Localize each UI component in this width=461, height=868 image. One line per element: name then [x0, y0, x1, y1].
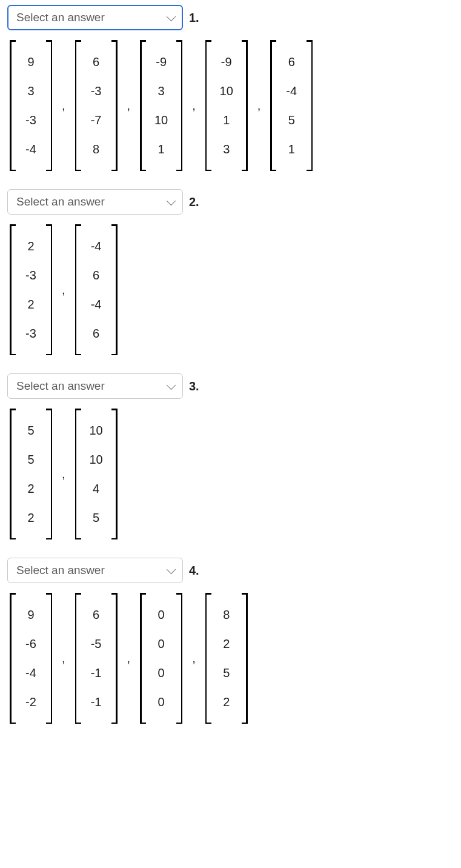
- vector-list: 5522,101045: [10, 409, 454, 539]
- vector-entry: -4: [85, 290, 108, 319]
- vector-entries: 9-6-4-2: [16, 593, 46, 724]
- separator-comma: ,: [61, 467, 67, 481]
- vector-entry: 5: [19, 416, 42, 445]
- column-vector: 0000: [140, 593, 182, 724]
- question-number: 3.: [189, 379, 199, 393]
- column-vector: 5522: [10, 409, 52, 539]
- vector-entry: 5: [85, 503, 108, 532]
- vector-entry: 4: [85, 474, 108, 503]
- vector-entry: -4: [85, 232, 108, 261]
- separator-comma: ,: [126, 652, 132, 666]
- column-vector: 6-451: [270, 40, 313, 171]
- separator-comma: ,: [191, 652, 197, 666]
- vector-entry: -4: [19, 135, 42, 164]
- bracket-right-icon: [111, 40, 118, 171]
- vector-entry: -4: [19, 658, 42, 687]
- column-vector: 101045: [75, 409, 118, 539]
- bracket-right-icon: [46, 224, 52, 355]
- column-vector: -91013: [205, 40, 248, 171]
- vector-entry: 2: [19, 232, 42, 261]
- vector-entry: -9: [215, 47, 238, 76]
- vector-entry: -3: [19, 105, 42, 135]
- vector-entry: 10: [215, 76, 238, 105]
- select-wrap: Select an answer: [7, 5, 183, 30]
- vector-entries: -46-46: [81, 224, 111, 355]
- vector-entry: 2: [215, 687, 238, 716]
- select-wrap: Select an answer: [7, 373, 183, 399]
- vector-entry: -2: [19, 687, 42, 716]
- bracket-left-icon: [140, 40, 146, 171]
- select-wrap: Select an answer: [7, 189, 183, 215]
- vector-entry: 1: [215, 105, 238, 135]
- vector-entry: 1: [280, 135, 303, 164]
- vector-entry: 2: [19, 290, 42, 319]
- separator-comma: ,: [256, 99, 262, 113]
- vector-entry: -1: [85, 687, 108, 716]
- vector-entries: 93-3-4: [16, 40, 46, 171]
- separator-comma: ,: [61, 283, 67, 297]
- bracket-right-icon: [46, 593, 52, 724]
- vector-entries: 2-32-3: [16, 224, 46, 355]
- vector-entries: 101045: [81, 409, 111, 539]
- vector-entry: 3: [215, 135, 238, 164]
- bracket-left-icon: [10, 40, 16, 171]
- bracket-right-icon: [176, 40, 182, 171]
- bracket-right-icon: [242, 40, 248, 171]
- column-vector: 6-5-1-1: [75, 593, 118, 724]
- column-vector: 2-32-3: [10, 224, 52, 355]
- vector-entries: 8252: [211, 593, 242, 724]
- question-number: 4.: [189, 564, 199, 578]
- bracket-right-icon: [176, 593, 182, 724]
- vector-entry: -3: [19, 261, 42, 290]
- answer-select[interactable]: Select an answer: [7, 189, 183, 215]
- bracket-right-icon: [111, 593, 118, 724]
- bracket-right-icon: [111, 224, 118, 355]
- vector-entry: 6: [85, 261, 108, 290]
- separator-comma: ,: [126, 99, 132, 113]
- bracket-left-icon: [75, 224, 81, 355]
- column-vector: 8252: [205, 593, 248, 724]
- vector-entries: 6-5-1-1: [81, 593, 111, 724]
- bracket-right-icon: [46, 409, 52, 539]
- vector-entries: -93101: [146, 40, 176, 171]
- vector-entry: 1: [150, 135, 173, 164]
- vector-entry: -3: [19, 319, 42, 348]
- vector-entry: 6: [280, 47, 303, 76]
- bracket-left-icon: [75, 40, 81, 171]
- bracket-left-icon: [10, 224, 16, 355]
- vector-entry: 9: [19, 600, 42, 629]
- vector-entry: 2: [19, 474, 42, 503]
- vector-entry: -4: [280, 76, 303, 105]
- column-vector: 9-6-4-2: [10, 593, 52, 724]
- vector-entry: 2: [215, 629, 238, 658]
- separator-comma: ,: [61, 652, 67, 666]
- question-row: Select an answer4.: [7, 558, 454, 583]
- bracket-left-icon: [10, 409, 16, 539]
- vector-entry: 2: [19, 503, 42, 532]
- vector-entry: -3: [85, 76, 108, 105]
- vector-entry: 3: [19, 76, 42, 105]
- answer-select[interactable]: Select an answer: [7, 373, 183, 399]
- vector-entry: 5: [215, 658, 238, 687]
- bracket-left-icon: [205, 40, 211, 171]
- vector-entries: 5522: [16, 409, 46, 539]
- question-row: Select an answer3.: [7, 373, 454, 399]
- vector-entry: -7: [85, 105, 108, 135]
- vector-entry: 0: [150, 687, 173, 716]
- vector-list: 2-32-3,-46-46: [10, 224, 454, 355]
- vector-entry: -9: [150, 47, 173, 76]
- column-vector: -46-46: [75, 224, 118, 355]
- column-vector: -93101: [140, 40, 182, 171]
- vector-entry: 8: [215, 600, 238, 629]
- vector-entry: 9: [19, 47, 42, 76]
- bracket-left-icon: [270, 40, 276, 171]
- vector-entry: -5: [85, 629, 108, 658]
- answer-select[interactable]: Select an answer: [7, 558, 183, 583]
- select-wrap: Select an answer: [7, 558, 183, 583]
- vector-entry: 10: [85, 445, 108, 474]
- bracket-right-icon: [111, 409, 118, 539]
- separator-comma: ,: [191, 99, 197, 113]
- vector-list: 9-6-4-2,6-5-1-1,0000,8252: [10, 593, 454, 724]
- answer-select[interactable]: Select an answer: [7, 5, 183, 30]
- column-vector: 93-3-4: [10, 40, 52, 171]
